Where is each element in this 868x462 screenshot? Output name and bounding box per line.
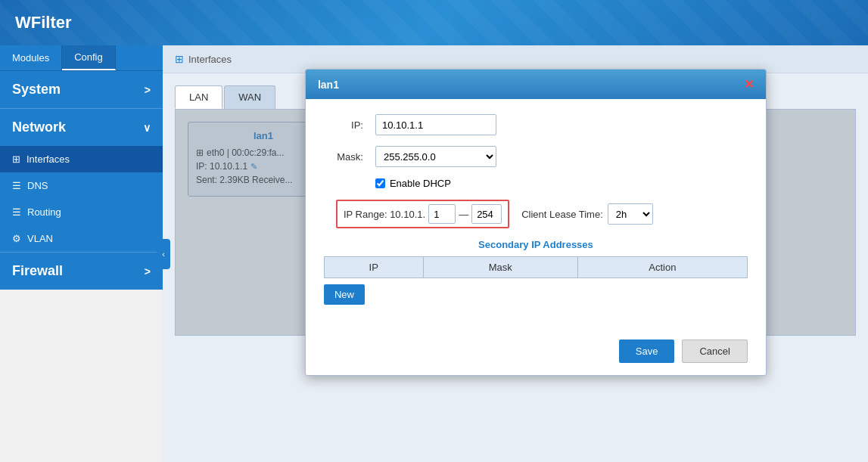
- app-title: WFilter: [15, 13, 72, 33]
- sidebar-system-header[interactable]: System >: [0, 71, 163, 108]
- main-content: ⊞ Interfaces LAN WAN lan1 ⊞ eth0 | 00:0c…: [163, 45, 868, 462]
- sidebar-item-interfaces[interactable]: ⊞ Interfaces: [0, 146, 163, 172]
- new-secondary-ip-button[interactable]: New: [324, 284, 365, 305]
- sidebar-item-vlan-label: VLAN: [27, 233, 53, 244]
- sidebar-network-label: Network: [12, 119, 66, 135]
- breadcrumb-label: Interfaces: [188, 54, 232, 65]
- mask-select[interactable]: 255.255.0.0 255.255.255.0 255.0.0.0: [375, 146, 496, 167]
- sidebar-section-network: Network ∨ ⊞ Interfaces ☰ DNS ☰ Routing ⚙: [0, 109, 163, 252]
- sidebar-firewall-arrow: >: [145, 265, 151, 278]
- table-header-action: Action: [577, 257, 747, 278]
- ip-range-end-input[interactable]: [471, 204, 502, 224]
- enable-dhcp-label[interactable]: Enable DHCP: [390, 178, 451, 189]
- interfaces-icon: ⊞: [12, 153, 20, 165]
- sidebar-network-header[interactable]: Network ∨: [0, 109, 163, 146]
- ip-dash: —: [459, 209, 468, 220]
- sidebar-network-arrow: ∨: [143, 122, 151, 134]
- tab-modules[interactable]: Modules: [0, 45, 62, 70]
- content-area: LAN WAN lan1 ⊞ eth0 | 00:0c:29:fa... IP:…: [163, 73, 868, 348]
- mask-label: Mask:: [324, 151, 369, 163]
- breadcrumb-icon: ⊞: [175, 53, 184, 65]
- secondary-title: Secondary IP Addresses: [324, 239, 748, 250]
- sidebar-section-system: System >: [0, 71, 163, 108]
- sidebar-firewall-label: Firewall: [12, 263, 63, 279]
- sidebar: Modules Config System > Network ∨ ⊞: [0, 45, 163, 462]
- secondary-ip-table: IP Mask Action: [324, 256, 748, 278]
- sidebar-section-firewall: Firewall >: [0, 253, 163, 290]
- ip-row: IP:: [324, 114, 748, 135]
- app-header: WFilter: [0, 0, 868, 45]
- ip-input[interactable]: [375, 114, 496, 135]
- dns-icon: ☰: [12, 180, 21, 191]
- cancel-button[interactable]: Cancel: [682, 340, 747, 363]
- ip-range-start-input[interactable]: [428, 204, 456, 224]
- sidebar-item-routing-label: Routing: [27, 206, 61, 218]
- tab-config[interactable]: Config: [62, 45, 116, 70]
- sidebar-item-dns-label: DNS: [27, 180, 48, 191]
- enable-dhcp-checkbox[interactable]: [375, 178, 385, 188]
- tab-lan[interactable]: LAN: [175, 85, 222, 109]
- sidebar-tab-bar: Modules Config: [0, 45, 163, 71]
- modal-footer: Save Cancel: [306, 330, 766, 375]
- sidebar-system-label: System: [12, 82, 61, 98]
- sidebar-item-routing[interactable]: ☰ Routing: [0, 199, 163, 225]
- table-header-ip: IP: [324, 257, 423, 278]
- lease-label: Client Lease Time:: [521, 209, 603, 220]
- ip-label: IP:: [324, 119, 369, 131]
- modal-header: lan1 ✕: [306, 70, 766, 99]
- lease-select[interactable]: 2h 1h 4h 8h 12h 24h: [608, 203, 653, 225]
- modal-body: IP: Mask: 255.255.0.0 255.255.255.0 255.…: [306, 99, 766, 330]
- save-button[interactable]: Save: [619, 340, 675, 363]
- sidebar-system-arrow: >: [145, 84, 151, 96]
- sidebar-collapse-button[interactable]: ‹: [157, 239, 170, 269]
- sidebar-item-vlan[interactable]: ⚙ VLAN: [0, 225, 163, 252]
- content-panel: lan1 ⊞ eth0 | 00:0c:29:fa... IP: 10.10.1…: [175, 109, 856, 336]
- sidebar-firewall-header[interactable]: Firewall >: [0, 253, 163, 290]
- secondary-ip-section: Secondary IP Addresses IP Mask Action: [324, 239, 748, 305]
- sidebar-item-interfaces-label: Interfaces: [26, 153, 70, 165]
- table-header-mask: Mask: [423, 257, 577, 278]
- tab-wan[interactable]: WAN: [224, 85, 275, 109]
- modal-lan1: lan1 ✕ IP: Mask:: [305, 69, 767, 376]
- modal-title: lan1: [318, 79, 339, 91]
- ip-range-box: IP Range: 10.10.1. —: [336, 200, 509, 228]
- mask-row: Mask: 255.255.0.0 255.255.255.0 255.0.0.…: [324, 146, 748, 167]
- modal-close-button[interactable]: ✕: [744, 77, 754, 91]
- routing-icon: ☰: [12, 206, 21, 218]
- vlan-icon: ⚙: [12, 233, 21, 244]
- ip-range-row: IP Range: 10.10.1. — Client Lease Time: …: [324, 200, 748, 228]
- ip-range-label: IP Range: 10.10.1.: [344, 209, 425, 220]
- sidebar-item-dns[interactable]: ☰ DNS: [0, 172, 163, 199]
- enable-dhcp-row: Enable DHCP: [324, 178, 748, 189]
